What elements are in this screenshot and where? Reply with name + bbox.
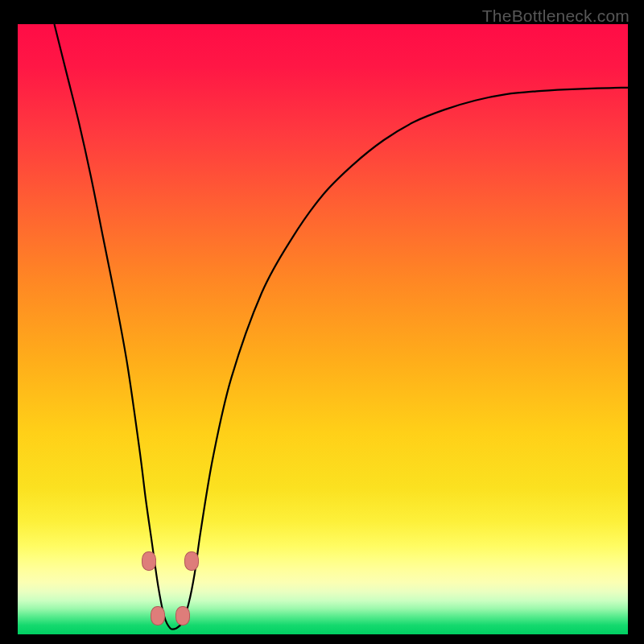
bottleneck-curve <box>18 24 628 634</box>
curve-marker-2 <box>175 606 190 625</box>
plot-area <box>18 24 628 634</box>
curve-marker-0 <box>142 551 156 571</box>
curve-marker-1 <box>151 606 165 625</box>
watermark-label: TheBottleneck.com <box>482 6 630 26</box>
curve-marker-3 <box>184 551 199 571</box>
